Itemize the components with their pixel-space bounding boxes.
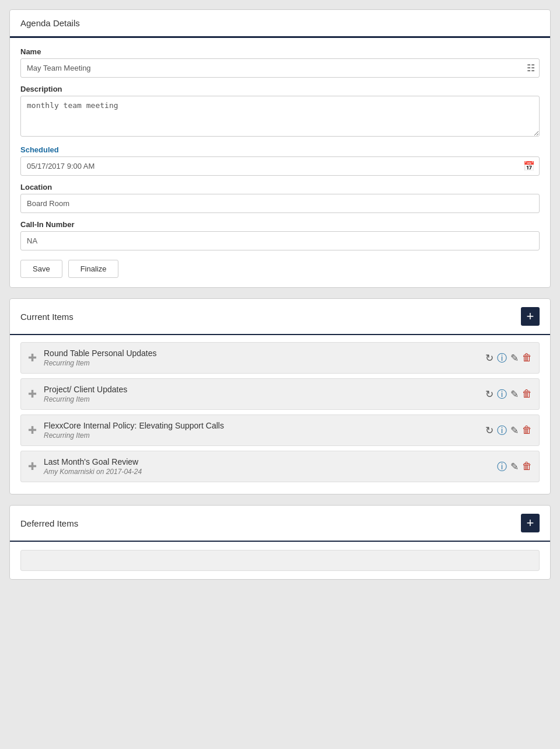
agenda-details-card: Agenda Details Name ☷ Description monthl… xyxy=(9,9,551,288)
delete-icon[interactable]: 🗑 xyxy=(522,388,532,400)
refresh-icon[interactable]: ↻ xyxy=(485,424,494,437)
action-buttons: Save Finalize xyxy=(20,260,540,278)
finalize-button[interactable]: Finalize xyxy=(68,260,119,278)
current-items-card: Current Items + ✚ Round Table Personal U… xyxy=(9,298,551,494)
item-text: FlexxCore Internal Policy: Elevating Sup… xyxy=(44,421,478,440)
item-actions: ↻ ⓘ ✎ 🗑 xyxy=(485,351,532,365)
list-item: ✚ Last Month's Goal Review Amy Komarnisk… xyxy=(20,451,540,482)
agenda-details-header: Agenda Details xyxy=(10,10,550,38)
deferred-items-body xyxy=(10,542,550,579)
scheduled-input-wrapper: 📅 xyxy=(20,156,540,176)
item-title: Last Month's Goal Review xyxy=(44,457,490,466)
drag-handle-icon[interactable]: ✚ xyxy=(28,388,37,400)
scheduled-group: Scheduled 📅 xyxy=(20,145,540,176)
scheduled-label: Scheduled xyxy=(20,145,540,154)
delete-icon[interactable]: 🗑 xyxy=(522,424,532,436)
add-current-item-button[interactable]: + xyxy=(521,307,540,326)
item-text: Round Table Personal Updates Recurring I… xyxy=(44,349,478,367)
delete-icon[interactable]: 🗑 xyxy=(522,461,532,472)
delete-icon[interactable]: 🗑 xyxy=(522,352,532,364)
item-subtitle: Recurring Item xyxy=(44,395,478,403)
info-icon[interactable]: ⓘ xyxy=(497,460,507,473)
description-label: Description xyxy=(20,85,540,93)
current-items-header: Current Items + xyxy=(10,299,550,335)
callin-input[interactable] xyxy=(20,231,540,250)
scheduled-input[interactable] xyxy=(20,156,540,176)
item-title: Project/ Client Updates xyxy=(44,385,478,394)
deferred-items-card: Deferred Items + xyxy=(9,505,551,580)
name-icon: ☷ xyxy=(527,62,535,74)
refresh-icon[interactable]: ↻ xyxy=(485,352,494,364)
name-input[interactable] xyxy=(20,58,540,78)
callin-group: Call-In Number xyxy=(20,220,540,250)
location-input[interactable] xyxy=(20,194,540,213)
current-items-title: Current Items xyxy=(20,312,74,322)
list-item: ✚ Round Table Personal Updates Recurring… xyxy=(20,342,540,374)
deferred-items-title: Deferred Items xyxy=(20,518,78,528)
list-item: ✚ Project/ Client Updates Recurring Item… xyxy=(20,378,540,410)
item-subtitle: Amy Komarniski on 2017-04-24 xyxy=(44,468,490,476)
drag-handle-icon[interactable]: ✚ xyxy=(28,351,37,364)
edit-icon[interactable]: ✎ xyxy=(510,424,519,437)
agenda-details-body: Name ☷ Description monthly team meeting … xyxy=(10,38,550,287)
description-input[interactable]: monthly team meeting xyxy=(20,96,540,137)
agenda-details-title: Agenda Details xyxy=(20,18,80,28)
drag-handle-icon[interactable]: ✚ xyxy=(28,424,37,437)
add-deferred-item-button[interactable]: + xyxy=(521,514,540,532)
deferred-items-header: Deferred Items + xyxy=(10,506,550,542)
item-subtitle: Recurring Item xyxy=(44,431,478,440)
list-item: ✚ FlexxCore Internal Policy: Elevating S… xyxy=(20,414,540,446)
refresh-icon[interactable]: ↻ xyxy=(485,388,494,400)
drag-handle-icon[interactable]: ✚ xyxy=(28,460,37,473)
item-text: Last Month's Goal Review Amy Komarniski … xyxy=(44,457,490,476)
location-label: Location xyxy=(20,183,540,191)
callin-label: Call-In Number xyxy=(20,220,540,229)
name-input-wrapper: ☷ xyxy=(20,58,540,78)
description-group: Description monthly team meeting xyxy=(20,85,540,138)
name-label: Name xyxy=(20,47,540,56)
name-group: Name ☷ xyxy=(20,47,540,78)
edit-icon[interactable]: ✎ xyxy=(510,352,519,364)
edit-icon[interactable]: ✎ xyxy=(510,388,519,400)
edit-icon[interactable]: ✎ xyxy=(510,461,519,473)
item-actions: ↻ ⓘ ✎ 🗑 xyxy=(485,388,532,401)
deferred-empty-row xyxy=(20,550,540,571)
item-title: FlexxCore Internal Policy: Elevating Sup… xyxy=(44,421,478,430)
location-group: Location xyxy=(20,183,540,213)
current-items-list: ✚ Round Table Personal Updates Recurring… xyxy=(10,335,550,494)
save-button[interactable]: Save xyxy=(20,260,62,278)
info-icon[interactable]: ⓘ xyxy=(497,351,507,365)
item-subtitle: Recurring Item xyxy=(44,359,478,367)
info-icon[interactable]: ⓘ xyxy=(497,388,507,401)
item-actions: ↻ ⓘ ✎ 🗑 xyxy=(485,424,532,437)
item-title: Round Table Personal Updates xyxy=(44,349,478,358)
info-icon[interactable]: ⓘ xyxy=(497,424,507,437)
calendar-icon[interactable]: 📅 xyxy=(523,161,535,172)
item-actions: ⓘ ✎ 🗑 xyxy=(497,460,532,473)
item-text: Project/ Client Updates Recurring Item xyxy=(44,385,478,403)
